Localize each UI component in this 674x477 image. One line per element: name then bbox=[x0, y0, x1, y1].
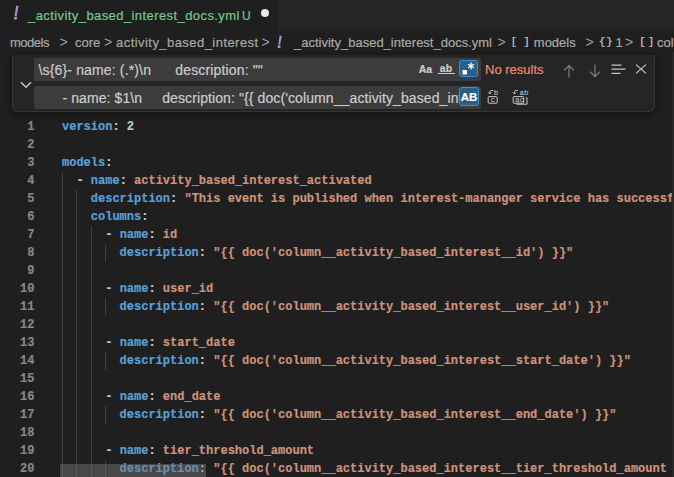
svg-text:c: c bbox=[490, 96, 495, 104]
svg-text:ac: ac bbox=[515, 96, 524, 104]
